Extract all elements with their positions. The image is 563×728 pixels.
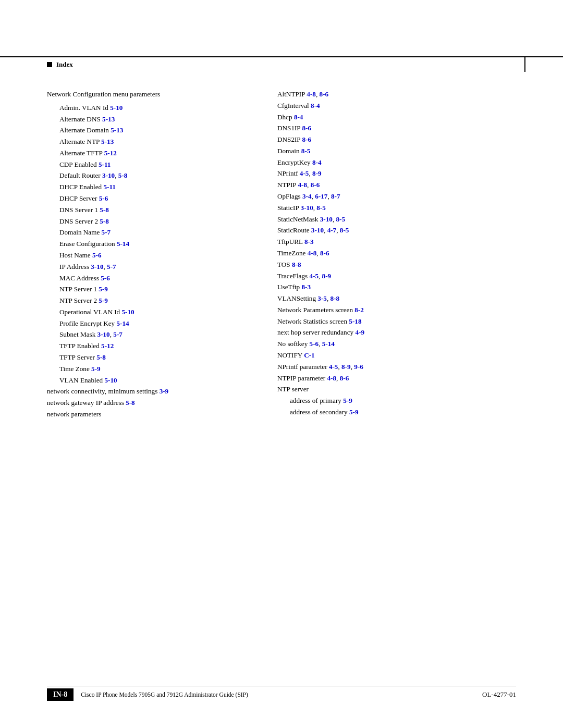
page-link[interactable]: 5-7 xyxy=(102,228,111,236)
list-item: address of primary 5-9 xyxy=(277,395,516,406)
list-item: Time Zone 5-9 xyxy=(47,363,262,375)
list-item: MAC Address 5-6 xyxy=(47,273,262,284)
page-link[interactable]: 5-6 xyxy=(99,194,108,202)
page-link[interactable]: 5-12 xyxy=(101,342,114,350)
footer: IN-8 Cisco IP Phone Models 7905G and 791… xyxy=(0,686,563,701)
page-link[interactable]: 3-10 xyxy=(301,204,313,212)
page-link[interactable]: 5-14 xyxy=(322,340,335,348)
page-link[interactable]: 5-9 xyxy=(349,408,359,416)
list-item: next hop server redundancy 4-9 xyxy=(277,327,516,338)
page-link[interactable]: 5-6 xyxy=(92,251,102,259)
page-link[interactable]: 5-7 xyxy=(107,263,116,270)
page-link[interactable]: 5-11 xyxy=(99,161,111,168)
page-link[interactable]: 5-6 xyxy=(101,274,110,282)
page-link[interactable]: 4-9 xyxy=(355,328,364,336)
page-link[interactable]: 8-5 xyxy=(340,226,349,234)
page: Index Network Configuration menu paramet… xyxy=(0,0,563,728)
list-item: NPrintf parameter 4-5, 8-9, 9-6 xyxy=(277,361,516,373)
page-link[interactable]: 8-6 xyxy=(320,90,329,98)
page-link[interactable]: 8-4 xyxy=(312,158,322,166)
page-link[interactable]: 8-6 xyxy=(320,249,329,257)
header-vertical-line xyxy=(524,56,525,72)
page-link[interactable]: 4-5 xyxy=(309,272,319,280)
page-link[interactable]: 5-13 xyxy=(101,138,114,145)
list-item: NPrintf 4-5, 8-9 xyxy=(277,168,516,179)
page-link[interactable]: 5-7 xyxy=(113,330,123,338)
list-item: Operational VLAN Id 5-10 xyxy=(47,306,262,318)
list-item: Domain 8-5 xyxy=(277,145,516,157)
page-link[interactable]: 8-9 xyxy=(312,169,322,177)
page-link[interactable]: C-1 xyxy=(304,351,315,359)
page-link[interactable]: 5-10 xyxy=(104,376,117,384)
page-link[interactable]: 5-13 xyxy=(111,126,123,134)
page-link[interactable]: 4-8 xyxy=(308,249,317,257)
page-link[interactable]: 3-10 xyxy=(320,215,333,223)
page-link[interactable]: 5-12 xyxy=(104,149,117,157)
page-link[interactable]: 5-9 xyxy=(91,365,101,373)
list-item: Subnet Mask 3-10, 5-7 xyxy=(47,329,262,340)
page-link[interactable]: 5-10 xyxy=(122,308,134,316)
page-link[interactable]: 6-17 xyxy=(315,192,327,200)
page-link[interactable]: 5-8 xyxy=(118,171,128,179)
page-link[interactable]: 8-8 xyxy=(330,294,339,302)
page-link[interactable]: 8-4 xyxy=(294,113,303,121)
page-link[interactable]: 4-7 xyxy=(327,226,337,234)
page-link[interactable]: 3-10 xyxy=(311,226,324,234)
page-link[interactable]: 5-11 xyxy=(104,183,116,191)
page-link[interactable]: 8-6 xyxy=(311,181,320,189)
page-link[interactable]: 8-9 xyxy=(341,363,351,371)
page-link[interactable]: 5-10 xyxy=(110,104,123,112)
page-link[interactable]: 5-6 xyxy=(310,340,319,348)
right-column: AltNTPIP 4-8, 8-6 CfgInterval 8-4 Dhcp 8… xyxy=(272,89,516,420)
page-link[interactable]: 8-5 xyxy=(336,215,345,223)
page-link[interactable]: 9-6 xyxy=(354,363,363,371)
page-link[interactable]: 5-9 xyxy=(99,297,108,304)
list-item: VLAN Enabled 5-10 xyxy=(47,375,262,386)
page-link[interactable]: 8-6 xyxy=(302,135,312,143)
list-item: DNS2IP 8-6 xyxy=(277,134,516,145)
page-link[interactable]: 5-9 xyxy=(99,285,108,293)
page-badge: IN-8 xyxy=(47,688,74,701)
page-link[interactable]: 5-14 xyxy=(117,319,129,327)
page-link[interactable]: 5-8 xyxy=(100,206,109,214)
page-link[interactable]: 3-10 xyxy=(91,263,103,270)
page-link[interactable]: 4-5 xyxy=(300,169,309,177)
page-link[interactable]: 5-9 xyxy=(343,397,352,404)
list-item: No softkey 5-6, 5-14 xyxy=(277,338,516,350)
page-link[interactable]: 8-4 xyxy=(311,102,320,109)
list-item: CDP Enabled 5-11 xyxy=(47,159,262,170)
page-link[interactable]: 8-8 xyxy=(292,261,301,268)
list-item: Network Parameters screen 8-2 xyxy=(277,304,516,316)
list-item: TOS 8-8 xyxy=(277,259,516,270)
page-link[interactable]: 5-8 xyxy=(96,353,106,361)
page-link[interactable]: 8-7 xyxy=(331,192,340,200)
page-link[interactable]: 5-18 xyxy=(349,317,361,325)
page-link[interactable]: 3-4 xyxy=(302,192,312,200)
header-bar: Index xyxy=(0,56,563,69)
page-link[interactable]: 8-2 xyxy=(354,306,364,314)
page-link[interactable]: 4-8 xyxy=(327,374,336,382)
page-link[interactable]: 4-5 xyxy=(329,363,338,371)
page-link[interactable]: 8-3 xyxy=(304,238,314,245)
page-link[interactable]: 3-9 xyxy=(160,387,169,395)
page-link[interactable]: 8-3 xyxy=(302,283,311,291)
page-link[interactable]: 3-5 xyxy=(317,294,327,302)
page-link[interactable]: 8-9 xyxy=(322,272,332,280)
list-item: Alternate NTP 5-13 xyxy=(47,136,262,147)
page-link[interactable]: 8-6 xyxy=(302,124,312,132)
page-link[interactable]: 3-10 xyxy=(97,330,110,338)
list-item: TftpURL 8-3 xyxy=(277,236,516,248)
page-link[interactable]: 8-5 xyxy=(316,204,326,212)
page-link[interactable]: 8-6 xyxy=(340,374,349,382)
list-item: TraceFlags 4-5, 8-9 xyxy=(277,270,516,282)
page-link[interactable]: 5-13 xyxy=(102,115,115,123)
list-item: network connectivity, minimum settings 3… xyxy=(47,386,262,397)
page-link[interactable]: 5-14 xyxy=(117,240,129,248)
page-link[interactable]: 5-8 xyxy=(126,399,135,406)
page-link[interactable]: 5-8 xyxy=(100,217,109,225)
page-link[interactable]: 4-8 xyxy=(307,90,316,98)
page-link[interactable]: 3-10 xyxy=(102,171,115,179)
page-link[interactable]: 8-5 xyxy=(301,147,311,155)
footer-left: IN-8 Cisco IP Phone Models 7905G and 791… xyxy=(47,688,248,701)
page-link[interactable]: 4-8 xyxy=(298,181,307,189)
